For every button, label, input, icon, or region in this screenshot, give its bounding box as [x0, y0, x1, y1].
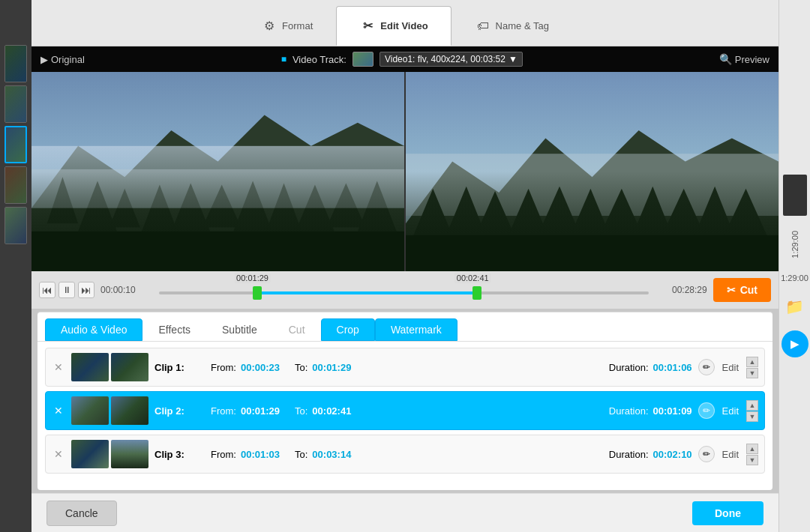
- video-track-label: Video Track:: [292, 54, 346, 65]
- sub-tab-subtitle[interactable]: Subtitle: [206, 318, 273, 341]
- video-topbar: ▶ Original ■ Video Track: Video1: flv, 4…: [32, 46, 778, 72]
- scrubber-right-handle[interactable]: 00:02:41: [472, 286, 482, 300]
- clip-3-to: To: 00:03:14: [295, 449, 351, 460]
- video-container: ▶ Original ■ Video Track: Video1: flv, 4…: [32, 46, 778, 271]
- tab-format-label: Format: [282, 20, 313, 31]
- clip-row-1[interactable]: ✕ Clip 1: From: 00:00:23: [45, 348, 765, 387]
- folder-icon[interactable]: 📁: [785, 297, 804, 315]
- tab-edit-video-label: Edit Video: [380, 20, 428, 31]
- clip-3-close-btn[interactable]: ✕: [52, 447, 65, 461]
- video-topbar-left: ▶ Original: [40, 54, 85, 65]
- cut-button-label: Cut: [740, 284, 758, 296]
- clip-row-2[interactable]: ✕ Clip 2: From: 00:01:29: [45, 391, 765, 430]
- clip-2-actions: ✏ Edit ▲ ▼: [698, 400, 758, 422]
- clip-2-thumb-1: [71, 396, 109, 425]
- scrubber-wrapper[interactable]: 00:01:29 00:02:41: [159, 276, 649, 303]
- original-label: Original: [51, 54, 85, 65]
- step-forward-button[interactable]: ⏭: [78, 282, 94, 298]
- clip-2-sort-down[interactable]: ▼: [746, 411, 758, 422]
- sub-tab-cut[interactable]: Cut: [273, 318, 321, 341]
- preview-button[interactable]: 🔍 Preview: [719, 53, 770, 65]
- cut-button[interactable]: ✂ Cut: [713, 278, 771, 302]
- clip-3-name: Clip 3:: [154, 449, 196, 460]
- clip-2-from-time: 00:01:29: [241, 405, 280, 417]
- clip-2-sort-up[interactable]: ▲: [746, 400, 758, 411]
- sidebar-right: 1:29:00 1:29:00 📁 ▶: [778, 0, 810, 532]
- clip-1-edit-btn[interactable]: Edit: [719, 360, 742, 375]
- clip-2-thumb-2: [111, 396, 148, 425]
- clip-2-duration: Duration: 00:01:09: [609, 405, 692, 417]
- clip-2-edit-btn[interactable]: Edit: [719, 404, 742, 418]
- clip-3-duration-time: 00:02:10: [653, 449, 692, 460]
- bottom-panel: Audio & Video Effects Subtitle Cut Crop …: [38, 312, 772, 490]
- clip-1-sort-down[interactable]: ▼: [746, 368, 758, 378]
- action-bar: Cancle Done: [32, 493, 778, 532]
- clip-1-from-time: 00:00:23: [241, 362, 280, 373]
- clip-1-to: To: 00:01:29: [295, 362, 351, 373]
- clip-3-sort: ▲ ▼: [746, 444, 758, 465]
- scrubber-left-handle[interactable]: 00:01:29: [253, 286, 262, 300]
- clip-1-duration-time: 00:01:06: [653, 362, 692, 373]
- clip-2-thumbs: [71, 396, 148, 425]
- handle-right-time: 00:02:41: [454, 273, 491, 283]
- track-dropdown[interactable]: Video1: flv, 400x224, 00:03:52 ▼: [380, 52, 523, 67]
- tab-name-tag-label: Name & Tag: [496, 20, 549, 31]
- sub-tab-watermark[interactable]: Watermark: [375, 318, 458, 341]
- sub-tab-crop[interactable]: Crop: [321, 318, 375, 341]
- clip-3-thumbs: [71, 440, 148, 468]
- clip-3-edit-icon: ✏: [698, 446, 715, 462]
- clip-2-to: To: 00:02:41: [295, 405, 351, 417]
- clip-3-edit-btn[interactable]: Edit: [719, 447, 742, 462]
- pause-button[interactable]: ⏸: [58, 282, 75, 298]
- sub-tab-audio-video[interactable]: Audio & Video: [45, 318, 142, 341]
- chevron-down-icon: ▼: [508, 54, 518, 64]
- sidebar-thumb-3[interactable]: [4, 126, 27, 163]
- clip-3-sort-up[interactable]: ▲: [746, 444, 758, 454]
- scrubber-track[interactable]: 00:01:29 00:02:41: [159, 291, 649, 294]
- svg-rect-4: [406, 72, 778, 271]
- video-track-icon: ■: [281, 54, 286, 64]
- clip-3-thumb-2: [111, 440, 148, 468]
- sidebar-right-thumb-1: [783, 175, 807, 216]
- playback-controls: ⏮ ⏸ ⏭: [39, 282, 94, 298]
- clip-1-from: From: 00:00:23: [211, 362, 280, 373]
- svg-rect-0: [32, 72, 404, 271]
- sub-tab-effects[interactable]: Effects: [142, 318, 206, 341]
- done-button[interactable]: Done: [692, 501, 764, 525]
- sub-tab-bar: Audio & Video Effects Subtitle Cut Crop …: [38, 312, 772, 342]
- clip-1-actions: ✏ Edit ▲ ▼: [698, 357, 758, 378]
- clip-1-name: Clip 1:: [154, 362, 196, 373]
- clip-1-sort: ▲ ▼: [746, 357, 758, 378]
- cancel-button[interactable]: Cancle: [46, 501, 117, 526]
- time-start-label: 00:00:10: [100, 285, 153, 295]
- clip-3-thumb-1: [71, 440, 109, 468]
- svg-rect-2: [32, 232, 404, 271]
- sidebar-thumb-4[interactable]: [4, 166, 27, 204]
- clip-2-close-btn[interactable]: ✕: [52, 404, 65, 417]
- tab-format[interactable]: ⚙ Format: [238, 6, 336, 46]
- step-back-button[interactable]: ⏮: [39, 282, 56, 298]
- clip-3-info: Clip 3: From: 00:01:03 To: 00:03:14 Dura…: [154, 449, 692, 460]
- blue-action-btn[interactable]: ▶: [782, 330, 808, 357]
- original-badge: ▶ Original: [40, 54, 85, 65]
- preview-label: Preview: [735, 54, 770, 65]
- clip-2-name: Clip 2:: [154, 405, 196, 417]
- video-left-half: [32, 72, 406, 271]
- clip-1-sort-up[interactable]: ▲: [746, 357, 758, 367]
- search-icon: 🔍: [719, 53, 732, 65]
- sidebar-thumb-1[interactable]: [4, 45, 27, 82]
- tab-name-tag[interactable]: 🏷 Name & Tag: [452, 6, 572, 46]
- clip-1-thumbs: [71, 353, 148, 381]
- play-triangle-icon: ▶: [40, 54, 48, 65]
- clip-2-edit-icon: ✏: [698, 402, 715, 419]
- clip-row-3[interactable]: ✕ Clip 3: From: 00:01:03: [45, 435, 765, 474]
- clip-3-sort-down[interactable]: ▼: [746, 455, 758, 465]
- track-info-text: Video1: flv, 400x224, 00:03:52: [385, 54, 506, 64]
- tab-edit-video[interactable]: ✂ Edit Video: [336, 6, 451, 46]
- video-right-half: [406, 72, 778, 271]
- clip-2-from: From: 00:01:29: [211, 405, 280, 417]
- name-tag-icon: 🏷: [475, 18, 491, 34]
- sidebar-thumb-5[interactable]: [4, 207, 27, 244]
- sidebar-thumb-2[interactable]: [4, 85, 27, 123]
- clip-1-close-btn[interactable]: ✕: [52, 360, 65, 374]
